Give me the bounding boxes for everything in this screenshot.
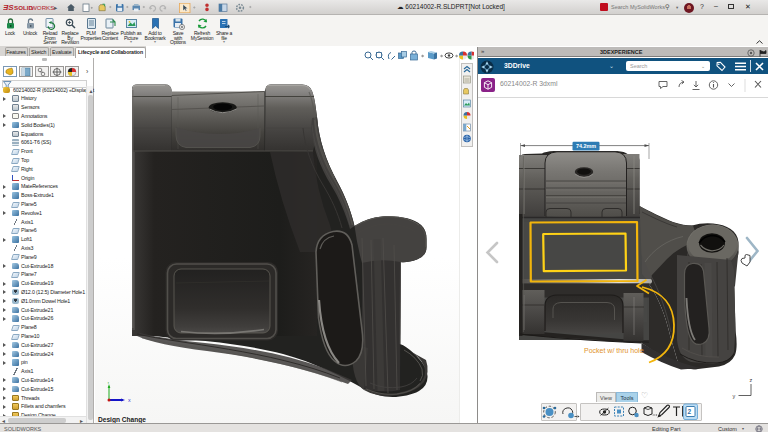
svg-text:y: y	[733, 393, 736, 399]
svg-text:z: z	[750, 377, 753, 383]
svg-text:74.2mm: 74.2mm	[576, 143, 596, 149]
svg-text:Y: Y	[107, 382, 110, 385]
svg-text:X: X	[128, 398, 131, 403]
svg-text:ƎS: ƎS	[3, 3, 14, 12]
svg-text:2: 2	[687, 408, 691, 415]
svg-text:WORKS: WORKS	[31, 4, 54, 11]
svg-text:Pocket w/ thru hole: Pocket w/ thru hole	[584, 347, 644, 354]
